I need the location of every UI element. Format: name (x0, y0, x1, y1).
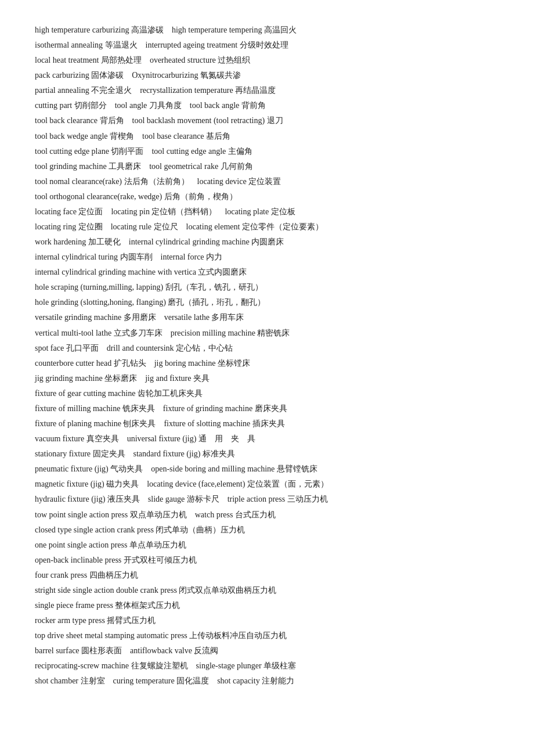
en-text: interrupted ageing treatment (146, 41, 238, 49)
en-text: locating device (face,element) (147, 480, 245, 488)
en-text: antiflowback valve (130, 646, 192, 655)
zh-text: 定心钻，中心钻 (176, 344, 233, 352)
en-text: top drive sheet metal stamping automatic… (35, 631, 187, 640)
zh-text: 分级时效处理 (240, 41, 288, 49)
zh-text: 夹具 (193, 374, 210, 383)
en-text: spot face (35, 344, 64, 352)
en-text: watch press (195, 510, 233, 519)
en-text: four crank press (35, 571, 87, 579)
zh-text: 单点单动压力机 (129, 541, 186, 549)
zh-text: 等温退火 (105, 41, 138, 49)
zh-text: 注射室 (81, 676, 105, 685)
entry: fixture of planing machine 刨床夹具 (35, 419, 156, 428)
entry: internal cylindrical turing 内圆车削 (35, 253, 153, 261)
main-content: high temperature carburizing 高温渗碳 high t… (35, 23, 499, 688)
en-text: fixture of slotting machine (164, 419, 250, 428)
entry: shot capacity 注射能力 (217, 676, 294, 685)
zh-text: 定位零件（定位要素） (242, 222, 323, 231)
line-42: reciprocating-screw machine 往复螺旋注塑机 sing… (35, 659, 499, 673)
entry: single-stage plunger 单级柱塞 (196, 661, 297, 670)
zh-text: 定位尺 (154, 222, 178, 231)
zh-text: 定位装置 (248, 177, 281, 186)
zh-text: 高温渗碳 (131, 26, 164, 34)
line-11: tool orthogonal clearance(rake, wedge) 后… (35, 190, 499, 204)
entry: recrystallization temperature 再结晶温度 (140, 86, 276, 95)
entry: work hardening 加工硬化 (35, 237, 121, 246)
en-text: tool geometrical rake (149, 162, 218, 171)
zh-text: 上传动板料冲压自动压力机 (189, 631, 287, 640)
en-text: Oxynitrocarburizing (132, 71, 198, 80)
zh-text: 磁力夹具 (106, 480, 139, 488)
en-text: tool backlash movement (tool retracting) (132, 116, 265, 125)
entry: tool back clearance 背后角 (35, 116, 124, 125)
entry: locating pin 定位销（挡料销） (111, 207, 217, 216)
en-text: precision milling machine (171, 329, 255, 337)
entry: partial annealing 不完全退火 (35, 86, 132, 95)
entry: locating plate 定位板 (225, 207, 295, 216)
line-9: tool grinding machine 工具磨床 tool geometri… (35, 160, 499, 174)
zh-text: 液压夹具 (107, 495, 140, 503)
line-23: jig grinding machine 坐标磨床 jig and fixtur… (35, 372, 499, 386)
entry: reciprocating-screw machine 往复螺旋注塑机 (35, 661, 188, 670)
en-text: high temperature carburizing (35, 26, 129, 34)
zh-text: 刮孔（车孔，铣孔，研孔） (165, 283, 263, 291)
entry: counterbore cutter head 扩孔钻头 (35, 359, 146, 368)
entry: single piece frame press 整体框架式压力机 (35, 601, 180, 610)
line-6: tool back clearance 背后角 tool backlash mo… (35, 114, 499, 128)
entry: watch press 台式压力机 (195, 510, 276, 519)
entry: hole scraping (turning,milling, lapping)… (35, 283, 263, 291)
line-16: internal cylindrical grinding machine wi… (35, 265, 499, 279)
entry: top drive sheet metal stamping automatic… (35, 631, 287, 640)
entry: tool nomal clearance(rake) 法后角（法前角） (35, 177, 189, 186)
line-40: top drive sheet metal stamping automatic… (35, 629, 499, 643)
line-30: magnetic fixture (jig) 磁力夹具 locating dev… (35, 477, 499, 491)
zh-text: 不完全退火 (91, 86, 132, 95)
entry: interrupted ageing treatment 分级时效处理 (146, 41, 288, 49)
entry: fixture of milling machine 铣床夹具 (35, 404, 155, 413)
en-text: fixture of planing machine (35, 419, 121, 428)
entry: internal force 内力 (161, 253, 223, 261)
en-text: shot capacity (217, 676, 259, 685)
en-text: jig and fixture (145, 374, 191, 383)
en-text: fixture of gear cutting machine (35, 389, 135, 398)
entry: drill and countersink 定心钻，中心钻 (107, 344, 233, 352)
en-text: fixture of milling machine (35, 404, 120, 413)
en-text: pack carburizing (35, 71, 89, 80)
entry: high temperature carburizing 高温渗碳 (35, 26, 164, 34)
en-text: cutting part (35, 101, 72, 110)
en-text: local heat treatment (35, 56, 99, 64)
entry: locating device 定位装置 (197, 177, 282, 186)
entry: tool cutting edge plane 切削平面 (35, 147, 143, 156)
entry: closed type single action crank press 闭式… (35, 525, 245, 534)
zh-text: 多用车床 (211, 313, 244, 322)
en-text: reciprocating-screw machine (35, 661, 129, 670)
en-text: stationary fixture (35, 449, 91, 458)
en-text: triple action press (228, 495, 286, 503)
en-text: internal cylindrical turing (35, 253, 118, 261)
en-text: pneumatic fixture (jig) (35, 465, 109, 473)
entry: tool grinding machine 工具磨床 (35, 162, 141, 171)
line-34: one point single action press 单点单动压力机 (35, 538, 499, 552)
line-12: locating face 定位面 locating pin 定位销（挡料销） … (35, 205, 499, 219)
en-text: locating element (186, 222, 240, 231)
zh-text: 刨床夹具 (123, 419, 156, 428)
zh-text: 切削部分 (74, 101, 107, 110)
entry: pack carburizing 固体渗碳 (35, 71, 124, 80)
en-text: vertical multi-tool lathe (35, 329, 111, 337)
entry: locating ring 定位圈 (35, 222, 103, 231)
en-text: jig boring machine (154, 359, 216, 368)
line-32: tow point single action press 双点单动压力机 wa… (35, 508, 499, 522)
zh-text: 固定夹具 (93, 449, 125, 458)
zh-text: 圆柱形表面 (81, 646, 122, 655)
line-17: hole scraping (turning,milling, lapping)… (35, 280, 499, 294)
zh-text: 真空夹具 (86, 434, 119, 443)
zh-text: 孔口平面 (66, 344, 99, 352)
entry: curing temperature 固化温度 (113, 676, 210, 685)
zh-text: 注射能力 (262, 676, 294, 685)
line-19: versatile grinding machine 多用磨床 versatil… (35, 311, 499, 325)
zh-text: 过热组织 (218, 56, 250, 64)
en-text: locating pin (111, 207, 150, 216)
zh-text: 内力 (206, 253, 222, 261)
zh-text: 整体框架式压力机 (115, 601, 180, 610)
line-25: fixture of milling machine 铣床夹具 fixture … (35, 402, 499, 416)
